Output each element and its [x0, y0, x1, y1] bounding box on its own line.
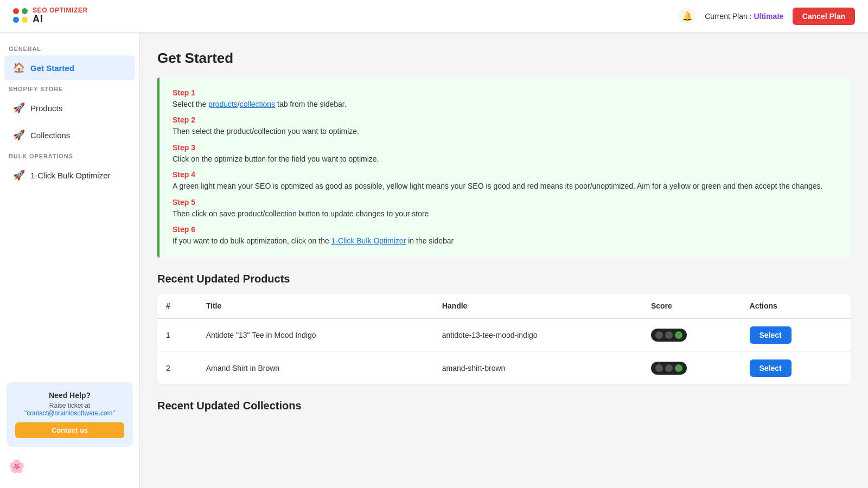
get-started-label: Get Started [30, 63, 74, 73]
step-1-label: Step 1 [173, 88, 838, 97]
recent-products-title: Recent Updated Products [157, 273, 851, 285]
cell-num: 1 [157, 318, 197, 352]
bulk-optimizer-label: 1-Click Bulk Optimizer [30, 171, 111, 180]
logo-text: SEO OPTIMIZER AI [33, 7, 88, 25]
table-row: 2 Amand Shirt in Brown amand-shirt-brown… [157, 352, 851, 385]
select-button-1[interactable]: Select [750, 326, 792, 344]
col-score: Score [642, 294, 741, 318]
step-3-label: Step 3 [173, 143, 838, 152]
col-actions: Actions [741, 294, 851, 318]
logo-dots [13, 8, 28, 23]
products-label: Products [30, 104, 62, 113]
step-3-text: Click on the optimize button for the fie… [173, 153, 838, 165]
home-icon: 🏠 [13, 62, 25, 74]
products-table: # Title Handle Score Actions 1 Antidote … [157, 294, 851, 384]
help-email: "contact@brainiosoftware.com" [15, 409, 124, 417]
products-icon: 🚀 [13, 102, 25, 114]
topbar-right: 🔔 Current Plan : Ultimate Cancel Plan [679, 8, 855, 25]
table-header-row: # Title Handle Score Actions [157, 294, 851, 318]
bottom-logo-icon: 🌸 [0, 453, 139, 479]
cell-title: Antidote "13" Tee in Mood Indigo [197, 318, 433, 352]
dot-green [22, 8, 28, 14]
cell-score [642, 352, 741, 385]
cell-handle: antidote-13-tee-mood-indigo [433, 318, 642, 352]
step-5-text: Then click on save product/collection bu… [173, 208, 838, 220]
collections-icon: 🚀 [13, 129, 25, 141]
step-4-label: Step 4 [173, 170, 838, 179]
sidebar-item-collections[interactable]: 🚀 Collections [4, 123, 135, 147]
sidebar: GENERAL 🏠 Get Started SHOPIFY STORE 🚀 Pr… [0, 33, 140, 488]
general-section-label: GENERAL [0, 41, 139, 54]
col-num: # [157, 294, 197, 318]
logo-ai: AI [33, 14, 88, 25]
score-dot-green [675, 364, 682, 372]
shopify-section-label: SHOPIFY STORE [0, 81, 139, 94]
score-dot-dark [665, 364, 673, 372]
step-1-text: Select the products/collections tab from… [173, 98, 838, 110]
sidebar-item-products[interactable]: 🚀 Products [4, 95, 135, 120]
steps-box: Step 1 Select the products/collections t… [157, 78, 851, 258]
cancel-plan-button[interactable]: Cancel Plan [793, 8, 855, 25]
step-6-label: Step 6 [173, 225, 838, 234]
step-5-label: Step 5 [173, 198, 838, 207]
score-dot-green [675, 331, 682, 339]
collections-label: Collections [30, 131, 70, 140]
cell-handle: amand-shirt-brown [433, 352, 642, 385]
contact-us-button[interactable]: Contact us [15, 422, 124, 438]
score-dot-dark [655, 364, 663, 372]
step-2-text: Then select the product/collection you w… [173, 125, 838, 137]
select-button-2[interactable]: Select [750, 359, 792, 377]
step-4-text: A green light mean your SEO is optimized… [173, 180, 838, 192]
step-2-label: Step 2 [173, 115, 838, 124]
table-row: 1 Antidote "13" Tee in Mood Indigo antid… [157, 318, 851, 352]
collections-link[interactable]: collections [240, 100, 275, 108]
bulk-section-label: BULK OPERATIONS [0, 149, 139, 162]
recent-collections-title: Recent Updated Collections [157, 400, 851, 412]
main-content: Get Started Step 1 Select the products/c… [140, 33, 868, 488]
help-sub: Raise ticket at [15, 402, 124, 409]
dot-red [13, 8, 19, 14]
dot-blue [13, 17, 19, 23]
step-6-text: If you want to do bulk optimization, cli… [173, 235, 838, 247]
plan-name: Ultimate [754, 12, 783, 21]
cell-score [642, 318, 741, 352]
sidebar-item-bulk-optimizer[interactable]: 🚀 1-Click Bulk Optimizer [4, 163, 135, 188]
bulk-optimizer-icon: 🚀 [13, 169, 25, 181]
logo: SEO OPTIMIZER AI [13, 7, 88, 25]
plan-info: Current Plan : Ultimate [705, 12, 784, 21]
dot-yellow [22, 17, 28, 23]
page-title: Get Started [157, 50, 851, 67]
sidebar-item-get-started[interactable]: 🏠 Get Started [4, 55, 135, 80]
bulk-optimizer-link[interactable]: 1-Click Bulk Optimizer [331, 236, 406, 245]
score-dot-dark [665, 331, 673, 339]
sidebar-help-box: Need Help? Raise ticket at "contact@brai… [7, 382, 133, 447]
score-dots [651, 362, 687, 375]
cell-action: Select [741, 318, 851, 352]
products-link[interactable]: products [208, 100, 238, 108]
col-handle: Handle [433, 294, 642, 318]
score-dot-dark [655, 331, 663, 339]
help-title: Need Help? [15, 391, 124, 400]
topbar: SEO OPTIMIZER AI 🔔 Current Plan : Ultima… [0, 0, 868, 33]
score-dots [651, 329, 687, 342]
cell-num: 2 [157, 352, 197, 385]
cell-action: Select [741, 352, 851, 385]
col-title: Title [197, 294, 433, 318]
bell-icon[interactable]: 🔔 [679, 8, 696, 25]
cell-title: Amand Shirt in Brown [197, 352, 433, 385]
